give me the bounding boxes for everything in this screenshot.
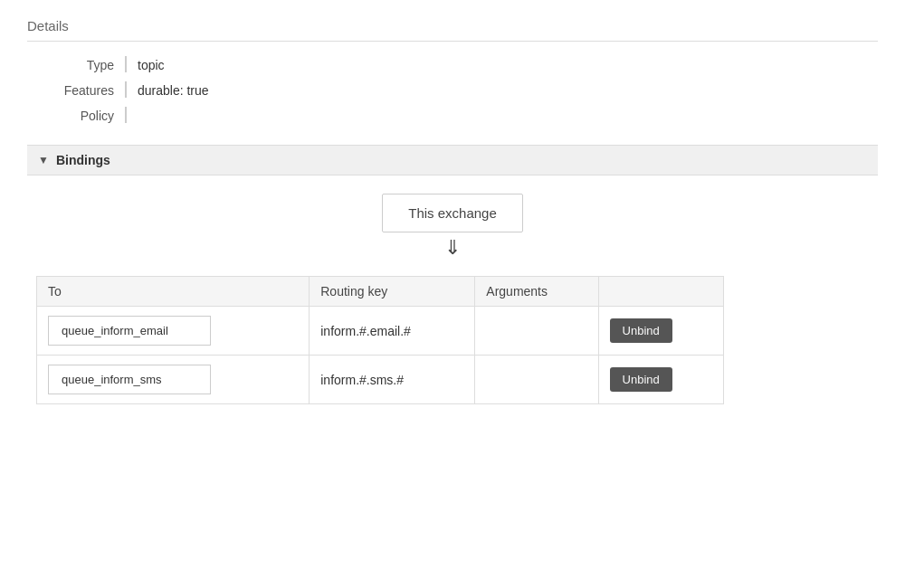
- bindings-title: Bindings: [56, 153, 110, 167]
- details-title: Details: [27, 18, 878, 42]
- queue-name-box-1: queue_inform_email: [48, 316, 211, 346]
- details-section: Details Type topic Features durable: tru…: [27, 18, 878, 123]
- routing-key-cell-1: inform.#.email.#: [310, 307, 475, 356]
- details-table: Type topic Features durable: true Policy: [45, 56, 878, 123]
- queue-name-box-2: queue_inform_sms: [48, 365, 211, 394]
- unbind-button-2[interactable]: Unbind: [610, 367, 672, 392]
- exchange-box-wrapper: This exchange ⇓: [27, 194, 878, 258]
- col-arguments: Arguments: [475, 277, 598, 307]
- bindings-header: ▼ Bindings: [27, 145, 878, 175]
- col-to: To: [37, 277, 310, 307]
- to-cell-1: queue_inform_email: [37, 307, 310, 356]
- collapse-icon[interactable]: ▼: [38, 154, 49, 166]
- arrow-down-icon: ⇓: [444, 238, 461, 258]
- features-row: Features durable: true: [45, 81, 878, 98]
- action-cell-1: Unbind: [598, 307, 723, 356]
- to-cell-2: queue_inform_sms: [37, 356, 310, 404]
- table-row: queue_inform_email inform.#.email.# Unbi…: [37, 307, 724, 356]
- arguments-cell-2: [475, 356, 598, 404]
- col-routing-key: Routing key: [310, 277, 475, 307]
- type-row: Type topic: [45, 56, 878, 72]
- bindings-table: To Routing key Arguments queue_inform_em…: [36, 276, 724, 404]
- exchange-box: This exchange: [382, 194, 523, 232]
- unbind-button-1[interactable]: Unbind: [610, 318, 672, 343]
- policy-row: Policy: [45, 107, 878, 123]
- routing-key-cell-2: inform.#.sms.#: [310, 356, 475, 404]
- features-value: durable: true: [138, 81, 209, 98]
- arguments-cell-1: [475, 307, 598, 356]
- action-cell-2: Unbind: [598, 356, 723, 404]
- col-action: [598, 277, 723, 307]
- bindings-section: ▼ Bindings This exchange ⇓ To Routing ke…: [27, 145, 878, 404]
- table-row: queue_inform_sms inform.#.sms.# Unbind: [37, 356, 724, 404]
- policy-label: Policy: [45, 107, 127, 123]
- table-header-row: To Routing key Arguments: [37, 277, 724, 307]
- features-label: Features: [45, 81, 127, 98]
- type-label: Type: [45, 56, 127, 72]
- type-value: topic: [138, 56, 165, 72]
